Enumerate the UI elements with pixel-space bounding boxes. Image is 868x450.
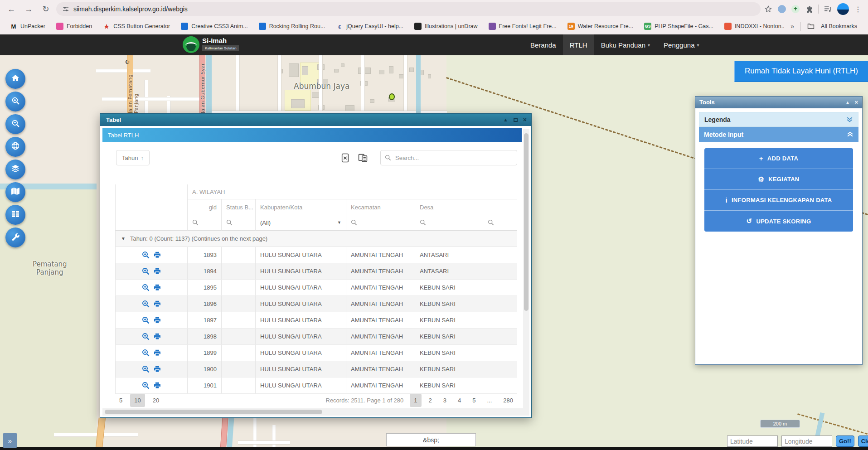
row-detail-zoom-icon[interactable] [142,251,150,259]
table-row[interactable]: 1893HULU SUNGAI UTARAAMUNTAI TENGAHANTAS… [115,247,517,263]
row-print-icon[interactable] [154,333,161,340]
all-bookmarks-button[interactable]: All Bookmarks [821,23,857,29]
bookmark-item[interactable]: INDOXXI - Nonton... [719,23,784,30]
new-extension-icon[interactable]: + [791,5,800,13]
extensions-puzzle-icon[interactable] [805,5,813,13]
url-text[interactable]: siimah.disperkim.kalselprov.go.id/webgis [73,5,188,13]
row-detail-zoom-icon[interactable] [142,284,150,291]
bookmark-item[interactable]: Rocking Rolling Rou... [253,23,331,30]
profile-avatar[interactable] [837,3,849,15]
page-1[interactable]: 1 [410,394,421,407]
page-4[interactable]: 4 [454,394,465,407]
button-kegiatan[interactable]: ⚙KEGIATAN [704,169,853,190]
bookmark-item[interactable]: 19Water Resource Fre... [562,23,639,30]
filter-extra[interactable] [483,215,517,231]
sidebar-button-tools[interactable] [5,227,25,247]
table-row[interactable]: 1901HULU SUNGAI UTARAAMUNTAI TENGAHKEBUN… [115,377,517,394]
column-chooser-icon[interactable] [358,154,368,162]
table-window-titlebar[interactable]: Tabel ▲ × [100,114,531,126]
nav-item-buku-panduan[interactable]: Buku Panduan▾ [594,34,657,55]
row-detail-zoom-icon[interactable] [142,382,150,389]
nav-item-rtlh[interactable]: RTLH [563,34,594,55]
address-bar[interactable]: siimah.disperkim.kalselprov.go.id/webgis [56,2,761,16]
row-detail-zoom-icon[interactable] [142,267,150,275]
filter-kabupaten-select[interactable]: (All)▼ [256,215,346,231]
page-size-20[interactable]: 20 [149,394,163,407]
header-kecamatan[interactable]: Kecamatan [346,199,415,215]
page-5[interactable]: 5 [468,394,480,407]
map-marker-dot[interactable] [389,93,395,100]
filter-kecamatan[interactable] [346,215,415,231]
table-row[interactable]: 1900HULU SUNGAI UTARAAMUNTAI TENGAHKEBUN… [115,361,517,377]
header-status[interactable]: Status B... [222,199,256,215]
sort-tahun-button[interactable]: Tahun ↑ [116,150,150,165]
bookmark-star-icon[interactable] [764,5,772,13]
export-xlsx-icon[interactable] [340,153,350,163]
brand[interactable]: Si-Imah Kalimantan Selatan [183,36,239,53]
tools-panel-titlebar[interactable]: Tools ▲ × [695,96,863,108]
button-update-skoring[interactable]: ↺UPDATE SKORING [704,211,853,232]
bookmark-item[interactable]: GSPHP ShapeFile - Gas... [639,23,719,30]
header-desa[interactable]: Desa [415,199,483,215]
button-informasi-kelengkapan-data[interactable]: iINFORMASI KELENGKAPAN DATA [704,190,853,211]
close-icon[interactable]: × [523,117,527,122]
page-280[interactable]: 280 [499,394,517,407]
row-print-icon[interactable] [154,268,161,275]
filter-gid[interactable] [188,215,222,231]
expand-panel-button[interactable]: » [3,433,17,448]
table-row[interactable]: 1895HULU SUNGAI UTARAAMUNTAI TENGAHKEBUN… [115,280,517,296]
row-detail-zoom-icon[interactable] [142,300,150,308]
row-print-icon[interactable] [154,252,161,258]
accordion-legenda[interactable]: Legenda [699,112,858,127]
row-detail-zoom-icon[interactable] [142,349,150,357]
sidebar-button-zoom-out[interactable] [5,114,25,134]
table-row[interactable]: 1898HULU SUNGAI UTARAAMUNTAI TENGAHKEBUN… [115,329,517,345]
close-icon[interactable]: × [854,99,858,106]
site-settings-icon[interactable] [63,6,69,12]
accordion-metode-input[interactable]: Metode Input [699,127,858,142]
table-row[interactable]: 1894HULU SUNGAI UTARAAMUNTAI TENGAHANTAS… [115,263,517,280]
nav-item-pengguna[interactable]: Pengguna▾ [657,34,706,55]
table-row[interactable]: 1896HULU SUNGAI UTARAAMUNTAI TENGAHKEBUN… [115,296,517,312]
extension-icon[interactable] [778,5,786,13]
row-detail-zoom-icon[interactable] [142,316,150,324]
go-button[interactable]: Go!! [836,435,854,447]
sidebar-button-layers[interactable] [5,160,25,179]
collapse-icon[interactable]: ▲ [845,100,850,105]
row-print-icon[interactable] [154,366,161,373]
forward-icon[interactable]: → [22,2,35,16]
row-print-icon[interactable] [154,382,161,389]
back-icon[interactable]: ← [5,2,18,16]
row-print-icon[interactable] [154,300,161,307]
row-print-icon[interactable] [154,349,161,356]
collapse-icon[interactable]: ▲ [503,117,508,122]
bookmark-item[interactable]: Illustrations | unDraw [409,23,483,30]
filter-desa[interactable] [415,215,483,231]
group-collapse-icon[interactable]: ▼ [121,236,126,241]
maximize-icon[interactable] [514,118,518,122]
sidebar-button-table[interactable] [5,205,25,225]
page-3[interactable]: 3 [439,394,451,407]
page-size-10[interactable]: 10 [130,394,145,407]
row-print-icon[interactable] [154,317,161,324]
table-row[interactable]: 1899HULU SUNGAI UTARAAMUNTAI TENGAHKEBUN… [115,345,517,361]
tab-list-icon[interactable] [824,6,832,13]
horizontal-scrollbar[interactable] [102,408,529,416]
latitude-input[interactable] [727,435,778,447]
search-input[interactable] [394,154,513,162]
sidebar-button-zoom-in[interactable] [5,92,25,111]
bookmark-item[interactable]: εjQuery EasyUI - help... [330,23,409,30]
page-size-5[interactable]: 5 [115,394,126,407]
sidebar-button-globe[interactable] [5,137,25,157]
longitude-input[interactable] [781,435,832,447]
vertical-scrollbar[interactable] [523,129,529,416]
sidebar-button-map[interactable] [5,182,25,202]
header-kabupaten[interactable]: Kabupaten/Kota [256,199,346,215]
bookmark-item[interactable]: Forbidden [51,23,97,30]
reload-icon[interactable]: ↻ [39,2,53,16]
row-detail-zoom-icon[interactable] [142,333,150,340]
bookmark-item[interactable]: Free Fonts! Legit Fre... [483,23,562,30]
chrome-menu-icon[interactable]: ⋮ [854,5,862,14]
bookmark-item[interactable]: Creative CSS3 Anim... [175,23,253,30]
row-print-icon[interactable] [154,284,161,291]
